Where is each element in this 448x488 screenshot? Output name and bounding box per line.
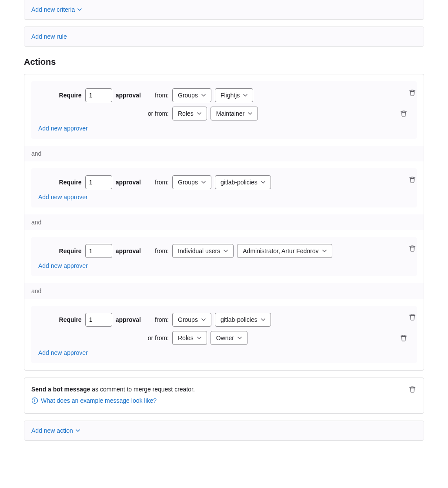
add-approver-link[interactable]: Add new approver	[38, 349, 88, 356]
bot-rest: as comment to merge request creator.	[90, 386, 194, 393]
delete-approver-button[interactable]	[398, 107, 410, 120]
add-rule-link[interactable]: Add new rule	[31, 33, 67, 40]
approver-type-value: Roles	[178, 334, 194, 341]
approval-label: approval	[116, 316, 141, 323]
approver-row: Requireapprovalfrom:GroupsFlightjs	[38, 88, 410, 102]
info-icon	[31, 397, 38, 404]
from-label: from:	[155, 92, 169, 99]
approval-label: approval	[116, 179, 141, 186]
add-criteria-link[interactable]: Add new criteria	[31, 6, 82, 13]
approval-label: approval	[116, 247, 141, 254]
approver-type-value: Roles	[178, 110, 194, 117]
require-label: Require	[59, 179, 82, 186]
approver-type-select[interactable]: Groups	[172, 313, 211, 327]
add-criteria-label: Add new criteria	[31, 6, 75, 13]
svg-point-1	[34, 399, 35, 400]
chevron-down-icon	[261, 318, 265, 322]
approver-type-select[interactable]: Groups	[172, 175, 211, 189]
chevron-down-icon	[261, 180, 265, 184]
approver-value: gitlab-policies	[221, 179, 257, 186]
approval-count-input[interactable]	[85, 313, 112, 327]
chevron-down-icon	[77, 7, 82, 12]
add-action-label: Add new action	[31, 427, 73, 434]
bot-example-link[interactable]: What does an example message look like?	[31, 397, 157, 404]
chevron-down-icon	[248, 111, 252, 116]
approver-type-select[interactable]: Individual users	[172, 244, 234, 258]
delete-action-button[interactable]	[406, 383, 418, 395]
approver-value-select[interactable]: Administrator, Artur Fedorov	[237, 244, 332, 258]
approver-value: Flightjs	[221, 92, 240, 99]
bot-help-label: What does an example message look like?	[41, 397, 157, 404]
approver-value-select[interactable]: gitlab-policies	[215, 313, 271, 327]
bot-message-text: Send a bot message as comment to merge r…	[31, 386, 417, 393]
approver-value: Administrator, Artur Fedorov	[243, 247, 318, 254]
approver-value: Maintainer	[216, 110, 244, 117]
approver-value: Owner	[216, 334, 234, 341]
approver-type-value: Groups	[178, 179, 198, 186]
add-approver-link[interactable]: Add new approver	[38, 125, 88, 132]
chevron-down-icon	[201, 318, 206, 322]
approver-row: or from:RolesOwner	[38, 331, 410, 345]
delete-action-button[interactable]	[406, 174, 418, 186]
approver-type-value: Groups	[178, 316, 198, 323]
svg-rect-2	[34, 400, 35, 402]
chevron-down-icon	[197, 111, 201, 116]
and-separator: and	[24, 214, 424, 230]
chevron-down-icon	[224, 249, 228, 253]
approver-value-select[interactable]: Flightjs	[215, 88, 253, 102]
from-label: from:	[155, 179, 169, 186]
approver-type-value: Groups	[178, 92, 198, 99]
approver-value-select[interactable]: Maintainer	[211, 107, 258, 120]
and-separator: and	[24, 283, 424, 299]
approver-type-value: Individual users	[178, 247, 220, 254]
require-label: Require	[59, 316, 82, 323]
bot-strong: Send a bot message	[31, 386, 90, 393]
action-block: Requireapprovalfrom:Groupsgitlab-policie…	[24, 168, 424, 207]
action-block: Requireapprovalfrom:GroupsFlightjsor fro…	[24, 81, 424, 139]
action-block: Requireapprovalfrom:Individual usersAdmi…	[24, 237, 424, 276]
delete-action-button[interactable]	[406, 311, 418, 323]
approval-count-input[interactable]	[85, 175, 112, 189]
actions-heading: Actions	[24, 57, 424, 67]
action-inner: Requireapprovalfrom:GroupsFlightjsor fro…	[31, 81, 417, 139]
or-from-label: or from:	[148, 334, 169, 341]
approver-row: Requireapprovalfrom:Individual usersAdmi…	[38, 244, 410, 258]
chevron-down-icon	[237, 336, 242, 340]
add-rule-card: Add new rule	[24, 27, 424, 47]
delete-action-button[interactable]	[406, 242, 418, 254]
add-approver-link[interactable]: Add new approver	[38, 194, 88, 201]
add-action-link[interactable]: Add new action	[31, 427, 80, 434]
approver-row: Requireapprovalfrom:Groupsgitlab-policie…	[38, 313, 410, 327]
add-action-card: Add new action	[24, 421, 424, 441]
approver-type-select[interactable]: Roles	[172, 107, 207, 120]
approver-row: or from:RolesMaintainer	[38, 107, 410, 120]
chevron-down-icon	[197, 336, 201, 340]
approver-value-select[interactable]: Owner	[211, 331, 247, 345]
action-inner: Requireapprovalfrom:Individual usersAdmi…	[31, 237, 417, 276]
approval-count-input[interactable]	[85, 88, 112, 102]
approver-type-select[interactable]: Groups	[172, 88, 211, 102]
approver-row: Requireapprovalfrom:Groupsgitlab-policie…	[38, 175, 410, 189]
or-from-label: or from:	[148, 110, 169, 117]
action-inner: Requireapprovalfrom:Groupsgitlab-policie…	[31, 306, 417, 363]
bot-message-card: Send a bot message as comment to merge r…	[24, 378, 424, 414]
approval-label: approval	[116, 92, 141, 99]
approver-type-select[interactable]: Roles	[172, 331, 207, 345]
actions-card: Requireapprovalfrom:GroupsFlightjsor fro…	[24, 74, 424, 371]
action-inner: Requireapprovalfrom:Groupsgitlab-policie…	[31, 168, 417, 207]
add-approver-link[interactable]: Add new approver	[38, 262, 88, 269]
and-separator: and	[24, 146, 424, 161]
chevron-down-icon	[201, 93, 206, 97]
require-label: Require	[59, 247, 82, 254]
delete-approver-button[interactable]	[398, 332, 410, 344]
chevron-down-icon	[243, 93, 247, 97]
delete-action-button[interactable]	[406, 87, 418, 99]
approval-count-input[interactable]	[85, 244, 112, 258]
approver-value-select[interactable]: gitlab-policies	[215, 175, 271, 189]
criteria-card: Add new criteria	[24, 0, 424, 20]
require-label: Require	[59, 92, 82, 99]
approver-value: gitlab-policies	[221, 316, 257, 323]
from-label: from:	[155, 316, 169, 323]
action-block: Requireapprovalfrom:Groupsgitlab-policie…	[24, 306, 424, 363]
chevron-down-icon	[76, 428, 80, 433]
